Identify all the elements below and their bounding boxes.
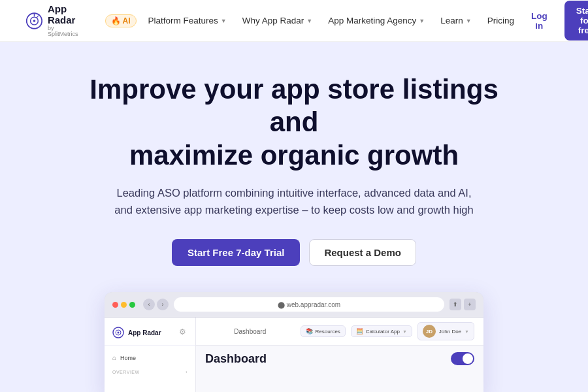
bookmark-icon: + (464, 299, 476, 310)
browser-action-buttons: ⬆ + (449, 299, 476, 310)
hero-subtitle: Leading ASO platform combining intuitive… (111, 185, 477, 218)
browser-chrome: ‹ › ⬤ web.appradar.com ⬆ + (105, 292, 483, 318)
nav-item-pricing[interactable]: Pricing (481, 12, 521, 29)
browser-nav-buttons: ‹ › (143, 299, 169, 310)
ai-label: AI (123, 16, 131, 25)
navigation: App Radar by SplitMetrics 🔥 AI Platform … (0, 0, 588, 42)
calculator-label: Calculator App (366, 329, 400, 335)
login-button[interactable]: Log in (521, 7, 558, 35)
share-icon: ⬆ (449, 299, 461, 310)
app-topbar: Dashboard 📚 Resources 🧮 Calculator App ▼… (196, 318, 483, 346)
maximize-dot (129, 302, 135, 308)
app-sidebar: App Radar ⚙ ⌂ Home OVERVIEW › (105, 318, 196, 392)
browser-dots (112, 302, 135, 308)
nav-item-pricing-label: Pricing (487, 16, 514, 25)
start-button[interactable]: Start for free (564, 1, 588, 41)
nav-item-agency[interactable]: App Marketing Agency ▼ (321, 12, 431, 29)
user-dropdown-chevron: ▼ (465, 329, 469, 334)
calculator-chip[interactable]: 🧮 Calculator App ▼ (351, 325, 412, 337)
chevron-icon: › (186, 370, 188, 374)
toggle-switch[interactable] (451, 352, 474, 365)
nav-item-why[interactable]: Why App Radar ▼ (236, 12, 319, 29)
app-nav-home-label: Home (120, 355, 136, 361)
logo-icon (26, 10, 42, 32)
app-sidebar-logo-text: App Radar (128, 329, 161, 336)
svg-point-2 (33, 20, 36, 22)
nav-item-learn-label: Learn (440, 16, 463, 25)
app-nav-home[interactable]: ⌂ Home (105, 351, 195, 365)
nav-item-why-label: Why App Radar (242, 16, 304, 25)
svg-line-4 (36, 15, 39, 18)
nav-links: 🔥 AI Platform Features ▼ Why App Radar ▼… (105, 12, 521, 29)
demo-button[interactable]: Request a Demo (309, 239, 416, 266)
app-sidebar-logo: App Radar ⚙ (105, 324, 195, 346)
url-bar[interactable]: ⬤ web.appradar.com (174, 297, 444, 312)
nav-item-learn[interactable]: Learn ▼ (434, 12, 478, 29)
minimize-dot (121, 302, 127, 308)
home-icon: ⌂ (112, 354, 116, 361)
nav-item-agency-label: App Marketing Agency (328, 16, 416, 25)
resources-label: Resources (316, 329, 340, 335)
nav-item-platform[interactable]: Platform Features ▼ (142, 12, 233, 29)
user-chip[interactable]: JD John Doe ▼ (417, 322, 474, 340)
logo-name: App Radar (48, 4, 84, 25)
chevron-down-icon: ▼ (419, 18, 425, 24)
logo-link[interactable]: App Radar by SplitMetrics (26, 4, 84, 37)
settings-icon[interactable]: ⚙ (177, 327, 188, 338)
app-section-overview: OVERVIEW › (105, 365, 195, 377)
toggle-knob (463, 353, 473, 364)
hero-section: Improve your app store listings and maxi… (0, 42, 588, 392)
close-dot (112, 302, 118, 308)
app-main: Dashboard 📚 Resources 🧮 Calculator App ▼… (196, 318, 483, 392)
forward-button: › (157, 299, 169, 310)
avatar: JD (423, 325, 436, 338)
dropdown-chevron: ▼ (402, 329, 407, 334)
resources-chip[interactable]: 📚 Resources (301, 325, 346, 337)
nav-actions: Log in Start for free (521, 1, 588, 41)
nav-item-platform-label: Platform Features (148, 16, 218, 25)
ai-emoji: 🔥 (111, 16, 121, 25)
back-button: ‹ (143, 299, 155, 310)
chevron-down-icon: ▼ (466, 18, 472, 24)
app-content: Dashboard (196, 346, 483, 372)
svg-point-7 (118, 332, 120, 334)
url-text: ⬤ web.appradar.com (278, 301, 340, 308)
ai-badge[interactable]: 🔥 AI (105, 14, 137, 27)
app-sidebar-logo-icon (112, 327, 124, 338)
chevron-down-icon: ▼ (306, 18, 312, 24)
hero-title: Improve your app store listings and maxi… (72, 73, 516, 172)
logo-sub: by SplitMetrics (48, 25, 84, 37)
app-screenshot: ‹ › ⬤ web.appradar.com ⬆ + (105, 292, 483, 392)
trial-button[interactable]: Start Free 7-day Trial (172, 239, 300, 266)
app-ui: App Radar ⚙ ⌂ Home OVERVIEW › Dashboard (105, 318, 483, 392)
user-name: John Doe (439, 329, 461, 335)
chevron-down-icon: ▼ (221, 18, 227, 24)
dashboard-title: Dashboard (205, 352, 267, 366)
hero-ctas: Start Free 7-day Trial Request a Demo (172, 239, 416, 266)
resources-icon: 📚 (306, 328, 313, 335)
calculator-icon: 🧮 (356, 328, 363, 335)
app-breadcrumb: Dashboard (205, 328, 295, 335)
